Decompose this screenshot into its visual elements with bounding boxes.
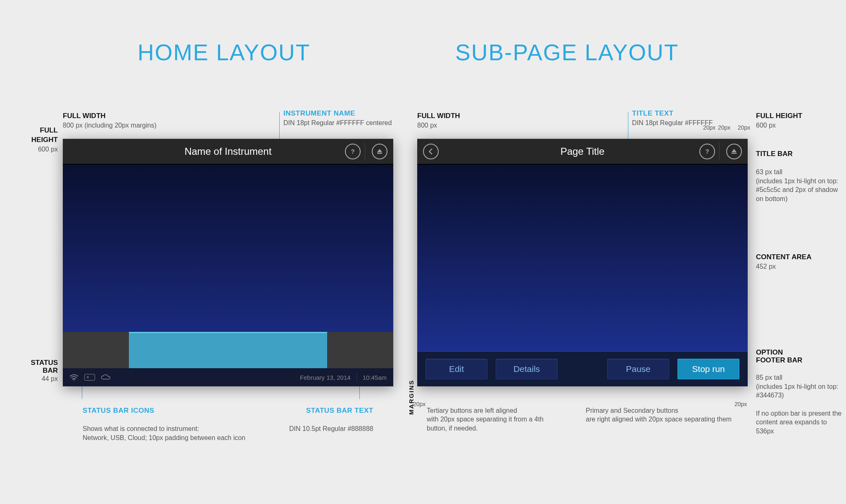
separator	[719, 142, 720, 161]
svg-point-3	[87, 376, 89, 378]
svg-text:?: ?	[705, 148, 709, 155]
stop-run-button[interactable]: Stop run	[677, 359, 739, 379]
help-icon[interactable]: ?	[699, 144, 715, 159]
margins-vertical-label: MARGINS	[408, 380, 415, 415]
spec-status-bar: STATUSBAR 44 px	[12, 359, 58, 383]
subpage-layout-mock: Page Title ? Edit Details Pause Stop run	[417, 139, 748, 386]
svg-text:?: ?	[351, 148, 354, 155]
dock-slot-active[interactable]	[261, 332, 327, 368]
status-time: 10:45am	[363, 374, 387, 381]
spec-title-bar: TITLE BAR 63 px tall (includes 1px hi-li…	[756, 140, 839, 203]
cloud-icon	[101, 374, 111, 381]
back-icon[interactable]	[423, 144, 439, 159]
note-tertiary-buttons: Tertiary buttons are left aligned with 2…	[427, 397, 544, 433]
details-button[interactable]: Details	[496, 359, 558, 379]
home-layout-mock: Name of Instrument ? February 13, 2014 1…	[63, 139, 393, 386]
callout-status-bar-icons: STATUS BAR ICONS Shows what is connected…	[83, 397, 245, 442]
edit-button[interactable]: Edit	[425, 359, 487, 379]
eject-icon[interactable]	[372, 144, 387, 159]
callout-status-bar-text: STATUS BAR TEXT DIN 10.5pt Regular #8888…	[289, 397, 373, 433]
home-dock	[63, 332, 393, 368]
ruler-label: 20px	[738, 124, 750, 132]
callout-title-text: TITLE TEXT DIN 18pt Regular #FFFFFF	[632, 109, 713, 128]
margin-right-value: 20px	[734, 400, 747, 408]
status-bar: February 13, 2014 10:45am	[63, 368, 393, 386]
option-footer-bar: Edit Details Pause Stop run	[417, 351, 748, 386]
spec-full-height-sub: FULL HEIGHT 600 px	[756, 111, 802, 130]
note-primary-buttons: Primary and Secondary buttons are right …	[586, 397, 732, 424]
dock-slot[interactable]	[63, 332, 129, 368]
title-bar: Page Title ?	[417, 139, 748, 165]
spec-full-width-sub: FULL WIDTH 800 px	[417, 111, 460, 130]
dock-slot-active[interactable]	[129, 332, 195, 368]
content-area	[417, 165, 748, 351]
svg-point-1	[74, 379, 75, 381]
heading-home-layout: HOME LAYOUT	[138, 39, 310, 66]
pause-button[interactable]: Pause	[607, 359, 669, 379]
status-date: February 13, 2014	[300, 374, 351, 381]
dock-slot-active[interactable]	[195, 332, 261, 368]
callout-instrument-name: INSTRUMENT NAME DIN 18pt Regular #FFFFFF…	[283, 109, 392, 128]
usb-icon	[84, 374, 95, 381]
wifi-icon	[69, 374, 78, 381]
spec-content-area: CONTENT AREA 452 px	[756, 253, 811, 271]
instrument-name: Name of Instrument	[63, 146, 393, 157]
spec-full-width-home: FULL WIDTH 800 px (including 20px margin…	[63, 111, 157, 130]
spec-option-footer: OPTIONFOOTER BAR 85 px tall (includes 1p…	[756, 339, 843, 435]
help-icon[interactable]: ?	[345, 144, 361, 159]
heading-subpage-layout: SUB-PAGE LAYOUT	[455, 39, 679, 66]
spec-full-height-home: FULL HEIGHT 600 px	[12, 126, 58, 154]
ruler-label: 20px	[718, 124, 730, 132]
page-title: Page Title	[417, 146, 748, 157]
separator	[365, 142, 365, 161]
eject-icon[interactable]	[726, 144, 742, 159]
separator	[356, 373, 357, 382]
title-bar: Name of Instrument ?	[63, 139, 393, 165]
margin-left-value: 20px	[413, 400, 425, 408]
dock-slot[interactable]	[327, 332, 393, 368]
svg-rect-2	[86, 376, 93, 379]
